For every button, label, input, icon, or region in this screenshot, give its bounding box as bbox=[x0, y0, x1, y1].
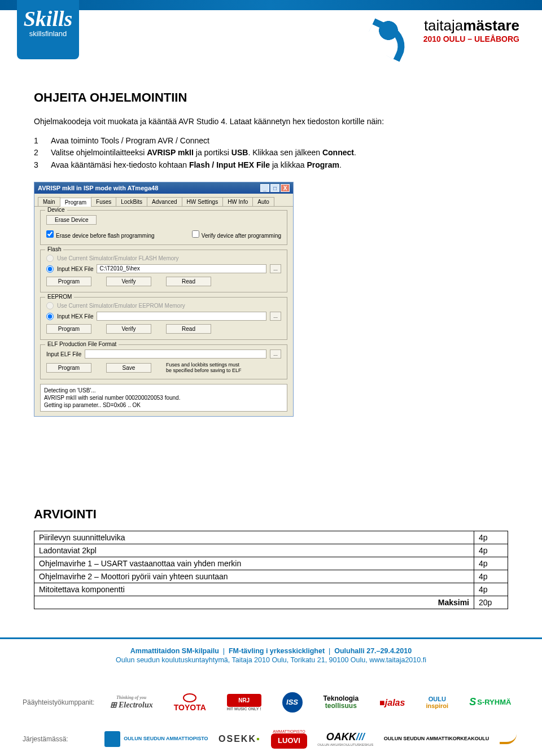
eeprom-radio2-input[interactable] bbox=[46, 313, 54, 320]
eeprom-radio-sim: Use Current Simulator/Emulator EEPROM Me… bbox=[46, 302, 281, 309]
elf-program-button[interactable]: Program bbox=[46, 363, 91, 373]
eeprom-radio2-label: Input HEX File bbox=[57, 313, 93, 320]
table-row: Piirilevyn suunnitteluvika4p bbox=[34, 531, 508, 544]
footer-line1: Ammattitaidon SM-kilpailu | FM-tävling i… bbox=[23, 647, 519, 655]
eeprom-legend: EEPROM bbox=[45, 294, 74, 300]
log-output: Detecting on 'USB'... AVRISP mkII with s… bbox=[40, 384, 287, 412]
logo-osekk: OSEKK▪ bbox=[218, 734, 261, 744]
partners-logos: Thinking of you ⊞ Electrolux TOYOTA NRJ … bbox=[102, 692, 519, 713]
eeprom-read-button[interactable]: Read bbox=[166, 324, 211, 334]
eeprom-program-button[interactable]: Program bbox=[46, 324, 91, 334]
eeprom-browse-button[interactable]: ... bbox=[270, 312, 281, 321]
tab-advanced[interactable]: Advanced bbox=[147, 197, 182, 206]
eeprom-group: EEPROM Use Current Simulator/Emulator EE… bbox=[40, 297, 287, 340]
logo-oamk: OULUN SEUDUN AMMATTIKORKEAKOULU bbox=[384, 736, 489, 742]
step-num: 3 bbox=[34, 160, 51, 171]
flash-read-button[interactable]: Read bbox=[166, 277, 211, 286]
logo-toyota: TOYOTA bbox=[174, 693, 206, 712]
logo-jalas: ■jalas bbox=[379, 698, 405, 708]
footer-info: Ammattitaidon SM-kilpailu | FM-tävling i… bbox=[0, 637, 542, 681]
table-cell-pts: 4p bbox=[474, 544, 508, 557]
chk-verify-after[interactable]: Verify device after programming bbox=[192, 230, 281, 239]
flash-verify-button[interactable]: Verify bbox=[106, 277, 151, 286]
taitaja-plain: taitaja bbox=[424, 17, 463, 34]
window-titlebar: AVRISP mkII in ISP mode with ATmega48 _ … bbox=[34, 182, 293, 194]
tab-main[interactable]: Main bbox=[38, 197, 60, 206]
table-row-total: Maksimi20p bbox=[34, 596, 508, 609]
table-row: Ohjelmavirhe 2 – Moottori pyörii vain yh… bbox=[34, 570, 508, 583]
tab-fuses[interactable]: Fuses bbox=[91, 197, 116, 206]
elf-note: Fuses and lockbits settings must be spec… bbox=[166, 362, 245, 373]
flash-path-input[interactable]: C:\T2010_5\hex bbox=[97, 264, 266, 273]
logo-nrj: NRJ HIT MUSIC ONLY ! bbox=[227, 694, 261, 711]
taitaja-subtitle: 2010 OULU – ULEÅBORG bbox=[423, 34, 519, 43]
close-icon[interactable]: X bbox=[281, 184, 290, 192]
eeprom-radio-hex[interactable]: Input HEX File ... bbox=[46, 312, 281, 321]
elf-browse-button[interactable]: ... bbox=[270, 349, 281, 359]
intro-paragraph: Ohjelmakoodeja voit muokata ja kääntää A… bbox=[34, 116, 508, 128]
window-title: AVRISP mkII in ISP mode with ATmega48 bbox=[38, 185, 158, 191]
flash-browse-button[interactable]: ... bbox=[270, 264, 281, 273]
eeprom-path-input[interactable] bbox=[97, 312, 266, 321]
tab-hwsettings[interactable]: HW Settings bbox=[182, 197, 224, 206]
table-cell-pts: 4p bbox=[474, 557, 508, 570]
device-legend: Device bbox=[45, 207, 67, 213]
logo-electrolux: Thinking of you ⊞ Electrolux bbox=[110, 696, 153, 709]
header-stripe bbox=[0, 0, 542, 10]
eeprom-verify-button[interactable]: Verify bbox=[106, 324, 151, 334]
window-controls: _ □ X bbox=[260, 184, 290, 192]
logo-luovi: AMMATTIOPISTO LUOVI bbox=[271, 729, 307, 748]
step-3: 3 Avaa kääntämäsi hex-tiedosto kohtaan F… bbox=[34, 160, 508, 171]
table-row: Ladontaviat 2kpl4p bbox=[34, 544, 508, 557]
flash-legend: Flash bbox=[45, 246, 63, 252]
table-cell: Ladontaviat 2kpl bbox=[34, 544, 474, 557]
minimize-icon[interactable]: _ bbox=[260, 184, 269, 192]
section-heading-arviointi: ARVIOINTI bbox=[34, 507, 508, 522]
wave-icon bbox=[500, 734, 517, 744]
chk-verify-after-input[interactable] bbox=[192, 230, 199, 238]
maximize-icon[interactable]: □ bbox=[270, 184, 279, 192]
page-header: Skills skillsfinland taitajamästare 2010… bbox=[0, 0, 542, 73]
tab-lockbits[interactable]: LockBits bbox=[116, 197, 147, 206]
tab-auto[interactable]: Auto bbox=[252, 197, 274, 206]
log-line: Detecting on 'USB'... bbox=[44, 387, 283, 394]
logo-oakk: OAKK/// OULUN AIKUISKOULUTUSKESKUS bbox=[317, 732, 373, 746]
chk-erase-before-input[interactable] bbox=[46, 230, 54, 238]
tab-hwinfo[interactable]: HW Info bbox=[222, 197, 253, 206]
elf-group: ELF Production File Format Input ELF Fil… bbox=[40, 344, 287, 379]
erase-device-button[interactable]: Erase Device bbox=[46, 215, 97, 225]
osao-icon bbox=[104, 731, 120, 747]
flash-program-button[interactable]: Program bbox=[46, 277, 91, 286]
table-cell: Ohjelmavirhe 2 – Moottori pyörii vain yh… bbox=[34, 570, 474, 583]
table-cell-pts: 4p bbox=[474, 570, 508, 583]
skills-logo-sub: skillsfinland bbox=[17, 29, 79, 42]
footer-line2: Oulun seudun koulutuskuntayhtymä, Taitaj… bbox=[23, 656, 519, 664]
chk-erase-before[interactable]: Erase device before flash programming bbox=[46, 230, 155, 239]
organizers-row: Järjestämässä: OULUN SEUDUN AMMATTIOPIST… bbox=[0, 718, 542, 754]
organizers-logos: OULUN SEUDUN AMMATTIOPISTO OSEKK▪ AMMATT… bbox=[102, 729, 519, 748]
step-2: 2 Valitse ohjelmointilaitteeksi AVRISP m… bbox=[34, 147, 508, 159]
logo-sryhma: SS-RYHMÄ bbox=[469, 697, 511, 708]
table-cell-pts: 4p bbox=[474, 531, 508, 544]
device-group: Device Erase Device Erase device before … bbox=[40, 210, 287, 245]
taitaja-title: taitajamästare bbox=[423, 17, 519, 34]
step-text: Valitse ohjelmointilaitteeksi AVRISP mkI… bbox=[51, 147, 508, 159]
table-row: Ohjelmavirhe 1 – USART vastaanottaa vain… bbox=[34, 557, 508, 570]
step-num: 2 bbox=[34, 147, 51, 159]
elf-legend: ELF Production File Format bbox=[45, 341, 119, 347]
flash-radio-hex[interactable]: Input HEX File C:\T2010_5\hex ... bbox=[46, 264, 281, 273]
logo-oulu-inspiroi: OULU inspiroi bbox=[426, 696, 448, 709]
steps-list: 1 Avaa toiminto Tools / Program AVR / Co… bbox=[34, 136, 508, 171]
swoosh-icon bbox=[373, 17, 412, 51]
main-partners-row: Pääyhteistyökumppanit: Thinking of you ⊞… bbox=[0, 681, 542, 718]
logo-teknologiateollisuus: Teknologia teollisuus bbox=[324, 695, 359, 710]
table-cell: Ohjelmavirhe 1 – USART vastaanottaa vain… bbox=[34, 557, 474, 570]
flash-radio2-input[interactable] bbox=[46, 265, 54, 273]
table-cell: Mitoitettava komponentti bbox=[34, 583, 474, 596]
logo-iss: ISS bbox=[282, 692, 303, 713]
elf-save-button[interactable]: Save bbox=[106, 363, 151, 373]
organizers-label: Järjestämässä: bbox=[23, 735, 102, 743]
skills-logo-text: Skills bbox=[17, 0, 79, 29]
tab-program[interactable]: Program bbox=[60, 198, 91, 207]
elf-path-input[interactable] bbox=[85, 349, 266, 359]
